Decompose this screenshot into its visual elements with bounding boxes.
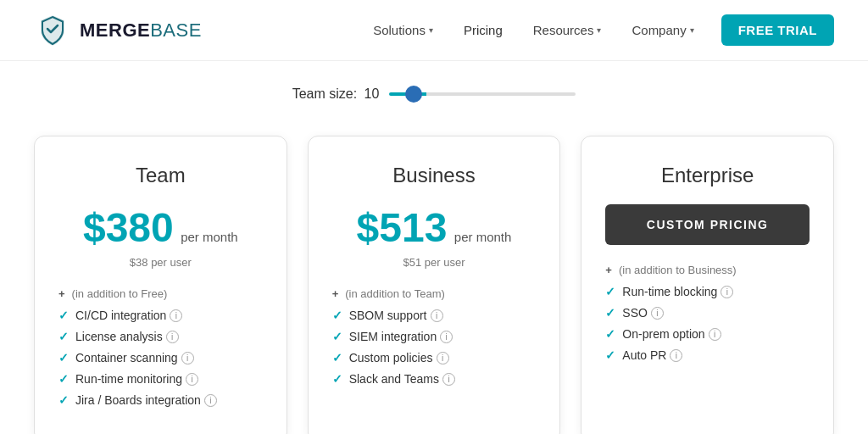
team-size-section: Team size: 10 bbox=[0, 61, 868, 110]
business-addition: + (in addition to Team) bbox=[332, 287, 537, 300]
team-features-list: + (in addition to Free) ✓ CI/CD integrat… bbox=[58, 287, 263, 407]
check-icon: ✓ bbox=[58, 309, 69, 322]
chevron-down-icon: ▾ bbox=[429, 25, 433, 35]
info-icon[interactable]: i bbox=[437, 352, 449, 364]
business-per-user: $51 per user bbox=[332, 256, 537, 269]
info-icon[interactable]: i bbox=[170, 309, 182, 322]
slider-wrapper bbox=[389, 92, 576, 96]
business-price-amount: $513 bbox=[357, 205, 448, 250]
info-icon[interactable]: i bbox=[440, 331, 453, 343]
nav-item-company[interactable]: Company ▾ bbox=[620, 16, 705, 44]
check-icon: ✓ bbox=[605, 306, 615, 320]
info-icon[interactable]: i bbox=[204, 394, 217, 407]
check-icon: ✓ bbox=[332, 309, 342, 322]
check-icon: ✓ bbox=[605, 285, 615, 298]
business-feature-1: ✓ SBOM support i bbox=[332, 309, 537, 322]
nav-item-solutions[interactable]: Solutions ▾ bbox=[361, 16, 445, 44]
check-icon: ✓ bbox=[58, 393, 69, 407]
team-feature-1: ✓ CI/CD integration i bbox=[58, 309, 263, 322]
info-icon[interactable]: i bbox=[709, 328, 721, 341]
enterprise-addition: + (in addition to Business) bbox=[605, 264, 810, 276]
team-price-amount: $380 bbox=[83, 205, 174, 250]
custom-pricing-button[interactable]: CUSTOM PRICING bbox=[605, 204, 810, 245]
nav-item-resources[interactable]: Resources ▾ bbox=[521, 16, 614, 44]
chevron-down-icon: ▾ bbox=[597, 25, 601, 35]
check-icon: ✓ bbox=[58, 351, 69, 364]
logo: MERGEBASE bbox=[34, 12, 202, 49]
enterprise-plan-card: Enterprise CUSTOM PRICING + (in addition… bbox=[581, 136, 834, 434]
business-plan-name: Business bbox=[332, 164, 537, 187]
business-features-list: + (in addition to Team) ✓ SBOM support i… bbox=[332, 287, 537, 386]
business-price-row: $513 per month bbox=[332, 204, 537, 251]
check-icon: ✓ bbox=[332, 351, 342, 364]
info-icon[interactable]: i bbox=[431, 309, 443, 322]
check-icon: ✓ bbox=[332, 372, 342, 386]
nav-item-pricing[interactable]: Pricing bbox=[452, 16, 515, 44]
team-feature-3: ✓ Container scanning i bbox=[58, 351, 263, 364]
info-icon[interactable]: i bbox=[651, 307, 664, 320]
info-icon[interactable]: i bbox=[181, 352, 194, 364]
business-plan-card: Business $513 per month $51 per user + (… bbox=[308, 136, 561, 434]
info-icon[interactable]: i bbox=[442, 373, 455, 386]
check-icon: ✓ bbox=[58, 372, 69, 386]
info-icon[interactable]: i bbox=[670, 349, 682, 362]
business-feature-3: ✓ Custom policies i bbox=[332, 351, 537, 364]
team-addition: + (in addition to Free) bbox=[58, 287, 263, 300]
team-feature-4: ✓ Run-time monitoring i bbox=[58, 372, 263, 386]
info-icon[interactable]: i bbox=[166, 331, 179, 343]
enterprise-feature-3: ✓ On-prem option i bbox=[605, 327, 810, 341]
check-icon: ✓ bbox=[605, 327, 615, 341]
check-icon: ✓ bbox=[332, 330, 342, 343]
check-icon: ✓ bbox=[605, 348, 615, 362]
enterprise-features-list: + (in addition to Business) ✓ Run-time b… bbox=[605, 264, 810, 362]
team-price-period: per month bbox=[181, 230, 238, 244]
enterprise-feature-2: ✓ SSO i bbox=[605, 306, 810, 320]
team-feature-2: ✓ License analysis i bbox=[58, 330, 263, 343]
team-size-slider[interactable] bbox=[389, 92, 576, 96]
enterprise-plan-name: Enterprise bbox=[605, 164, 810, 187]
team-price-row: $380 per month bbox=[58, 204, 263, 251]
check-icon: ✓ bbox=[58, 330, 69, 343]
pricing-section: Team $380 per month $38 per user + (in a… bbox=[0, 110, 868, 434]
free-trial-button[interactable]: FREE TRIAL bbox=[721, 14, 834, 46]
nav: Solutions ▾ Pricing Resources ▾ Company … bbox=[361, 14, 834, 46]
team-per-user: $38 per user bbox=[58, 256, 263, 269]
team-plan-card: Team $380 per month $38 per user + (in a… bbox=[34, 136, 287, 434]
team-size-label: Team size: 10 bbox=[292, 86, 380, 102]
logo-icon bbox=[34, 12, 71, 49]
chevron-down-icon: ▾ bbox=[690, 25, 694, 35]
info-icon[interactable]: i bbox=[721, 286, 733, 298]
header: MERGEBASE Solutions ▾ Pricing Resources … bbox=[0, 0, 868, 61]
team-plan-name: Team bbox=[58, 164, 263, 187]
team-feature-5: ✓ Jira / Boards integration i bbox=[58, 393, 263, 407]
logo-text: MERGEBASE bbox=[80, 19, 202, 42]
info-icon[interactable]: i bbox=[186, 373, 198, 386]
business-price-period: per month bbox=[454, 230, 512, 244]
business-feature-4: ✓ Slack and Teams i bbox=[332, 372, 537, 386]
enterprise-feature-4: ✓ Auto PR i bbox=[605, 348, 810, 362]
business-feature-2: ✓ SIEM integration i bbox=[332, 330, 537, 343]
enterprise-feature-1: ✓ Run-time blocking i bbox=[605, 285, 810, 298]
